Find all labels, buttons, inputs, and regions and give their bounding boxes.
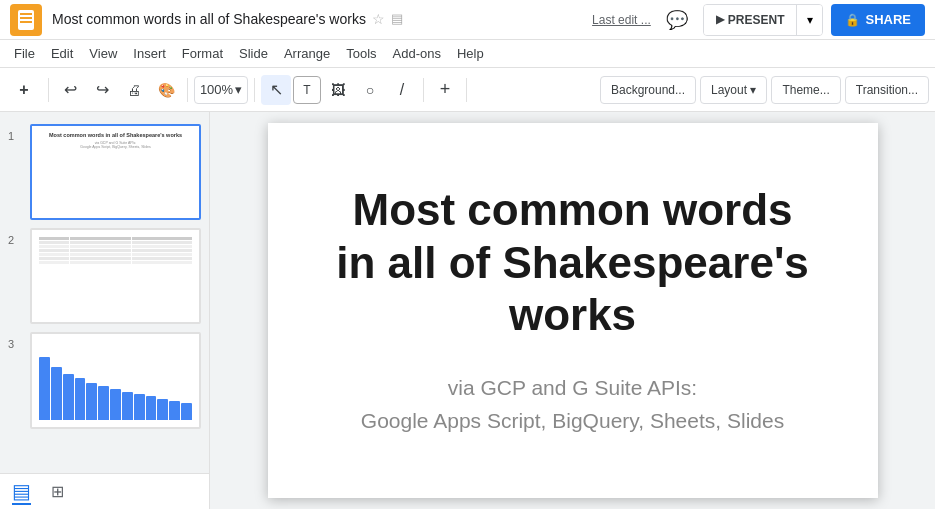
- slide-panel: 1 Most common words in all of Shakespear…: [0, 112, 210, 509]
- redo-button[interactable]: ↪: [87, 75, 117, 105]
- chart-bar: [98, 386, 109, 419]
- slide-num-3: 3: [8, 332, 22, 350]
- menu-view[interactable]: View: [81, 39, 125, 69]
- menu-tools[interactable]: Tools: [338, 39, 384, 69]
- star-icon[interactable]: ☆: [372, 11, 385, 27]
- paint-format-button[interactable]: 🎨: [151, 75, 181, 105]
- canvas-area: Most common words in all of Shakespeare'…: [210, 112, 935, 509]
- theme-button[interactable]: Theme...: [771, 76, 840, 104]
- zoom-value: 100%: [200, 82, 233, 97]
- slide-thumb-1[interactable]: 1 Most common words in all of Shakespear…: [0, 120, 209, 224]
- print-button[interactable]: 🖨: [119, 75, 149, 105]
- background-button[interactable]: Background...: [600, 76, 696, 104]
- present-label: PRESENT: [728, 13, 785, 27]
- header-right: Last edit ... 💬 ▶ PRESENT ▾ 🔒 SHARE: [592, 2, 925, 38]
- chart-bar: [63, 374, 74, 419]
- comment-button[interactable]: 💬: [659, 2, 695, 38]
- undo-button[interactable]: ↩: [55, 75, 85, 105]
- app-icon-inner: [18, 10, 34, 30]
- slide-num-2: 2: [8, 228, 22, 246]
- menu-bar: File Edit View Insert Format Slide Arran…: [0, 40, 935, 68]
- chart-bar: [134, 394, 145, 420]
- toolbar: + ↩ ↪ 🖨 🎨 100% ▾ ↖ T 🖼 ○ / + Background.…: [0, 68, 935, 112]
- line-tool-button[interactable]: /: [387, 75, 417, 105]
- menu-format[interactable]: Format: [174, 39, 231, 69]
- present-dropdown-button[interactable]: ▾: [796, 5, 822, 35]
- chart-bar: [157, 399, 168, 420]
- chart-bar: [146, 396, 157, 420]
- slide-num-1: 1: [8, 124, 22, 142]
- title-bar: Most common words in all of Shakespeare'…: [0, 0, 935, 40]
- separator-1: [48, 78, 49, 102]
- chart-bar: [169, 401, 180, 420]
- folder-icon[interactable]: ▤: [391, 11, 403, 26]
- slide-canvas[interactable]: Most common words in all of Shakespeare'…: [268, 123, 878, 498]
- play-icon: ▶: [716, 13, 724, 26]
- menu-slide[interactable]: Slide: [231, 39, 276, 69]
- chart-bar: [75, 378, 86, 420]
- filmstrip-view-button[interactable]: ▤: [12, 479, 31, 505]
- share-label: SHARE: [865, 12, 911, 27]
- chart-thumbnail: [37, 339, 194, 421]
- doc-title: Most common words in all of Shakespeare'…: [52, 11, 366, 27]
- chart-bar: [181, 403, 192, 420]
- present-button[interactable]: ▶ PRESENT: [704, 5, 797, 35]
- app-icon: [10, 4, 42, 36]
- add-slide-button[interactable]: +: [6, 75, 42, 105]
- slide-main-title: Most common words in all of Shakespeare'…: [328, 184, 818, 342]
- grid-view-button[interactable]: ⊞: [51, 482, 64, 501]
- slide-subtitle: via GCP and G Suite APIs:Google Apps Scr…: [361, 372, 784, 437]
- separator-4: [423, 78, 424, 102]
- chart-bar: [86, 383, 97, 419]
- menu-insert[interactable]: Insert: [125, 39, 174, 69]
- separator-2: [187, 78, 188, 102]
- chart-bar: [122, 392, 133, 420]
- chart-bar: [39, 357, 50, 420]
- last-edit-link[interactable]: Last edit ...: [592, 13, 651, 27]
- menu-help[interactable]: Help: [449, 39, 492, 69]
- shapes-tool-button[interactable]: ○: [355, 75, 385, 105]
- cursor-tool-button[interactable]: ↖: [261, 75, 291, 105]
- slide-thumb-2[interactable]: 2: [0, 224, 209, 328]
- view-toggle-bar: ▤ ⊞: [0, 473, 209, 509]
- main-content: 1 Most common words in all of Shakespear…: [0, 112, 935, 509]
- present-btn-group: ▶ PRESENT ▾: [703, 4, 824, 36]
- menu-addons[interactable]: Add-ons: [385, 39, 449, 69]
- separator-3: [254, 78, 255, 102]
- zoom-control[interactable]: 100% ▾: [194, 76, 248, 104]
- slide-thumbnail-2[interactable]: [30, 228, 201, 324]
- image-tool-button[interactable]: 🖼: [323, 75, 353, 105]
- insert-button[interactable]: +: [430, 75, 460, 105]
- layout-button[interactable]: Layout ▾: [700, 76, 767, 104]
- slide-thumbnail-1[interactable]: Most common words in all of Shakespeare'…: [30, 124, 201, 220]
- menu-edit[interactable]: Edit: [43, 39, 81, 69]
- slide-thumb-3[interactable]: 3: [0, 328, 209, 432]
- separator-5: [466, 78, 467, 102]
- transition-button[interactable]: Transition...: [845, 76, 929, 104]
- lock-icon: 🔒: [845, 13, 860, 27]
- menu-arrange[interactable]: Arrange: [276, 39, 338, 69]
- menu-file[interactable]: File: [6, 39, 43, 69]
- chart-bar: [110, 389, 121, 420]
- share-button[interactable]: 🔒 SHARE: [831, 4, 925, 36]
- textbox-tool-button[interactable]: T: [293, 76, 321, 104]
- chart-bar: [51, 367, 62, 419]
- zoom-dropdown-icon: ▾: [235, 82, 242, 97]
- slide-thumbnail-3[interactable]: [30, 332, 201, 428]
